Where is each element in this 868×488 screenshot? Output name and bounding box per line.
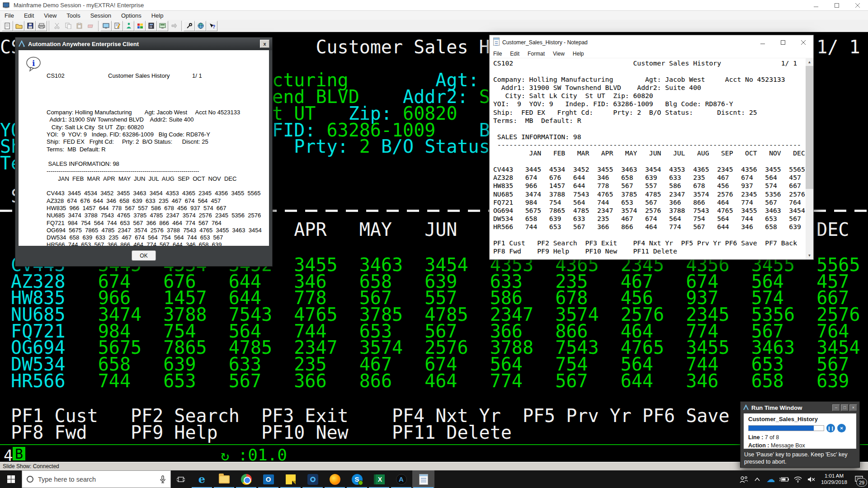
new-document-button[interactable] [2,21,13,31]
microphone-icon[interactable] [160,475,166,483]
svg-text:?: ? [212,24,215,29]
maximize-button[interactable] [826,0,847,11]
web-button[interactable] [195,21,206,31]
volume-button[interactable] [805,470,818,488]
notepad-text-area[interactable]: CS102 Customer Sales History 1/ 1 Compan… [490,58,806,259]
scroll-down-icon[interactable]: ▼ [806,252,813,259]
aa-dialog-titlebar[interactable]: Automation Anywhere Enterprise Client x [15,38,272,50]
taskbar-app-notepad[interactable] [412,470,434,488]
context-help-button[interactable]: ? [206,21,217,31]
screen-history-button[interactable] [157,21,168,31]
people-button[interactable] [737,470,750,488]
stop-icon[interactable]: ✕ [837,424,846,432]
clear-button[interactable] [85,21,96,31]
aa-dialog-line: SALES INFORMATION: 98 [47,160,264,168]
taskbar-app-edge[interactable]: e [191,470,213,488]
notepad-scrollbar[interactable]: ▲ ▼ [806,58,813,259]
runtime-titlebar[interactable]: Run Time Window – □ × [741,402,859,413]
menu-session[interactable]: Session [90,12,111,19]
runtime-action-info: Action : Message Box [748,442,852,449]
taskbar-app-file-explorer[interactable] [213,470,235,488]
wifi-button[interactable] [791,470,805,488]
runtime-progress-fill [749,426,814,431]
menu-edit[interactable]: Edit [24,12,34,19]
taskbar-app-chrome[interactable] [235,470,257,488]
macro-run-button[interactable] [123,21,134,31]
windows-logo-icon [7,475,15,483]
notepad-title: Customer_Sales_History - Notepad [502,39,588,46]
aa-dialog-line: NU685 3474 3788 7543 4765 3785 4785 2347… [47,212,264,219]
onedrive-button[interactable]: ☁ [764,470,778,488]
menu-tools[interactable]: Tools [66,12,80,19]
aa-dialog-header-line: CS102 Customer Sales History 1/ 1 [47,72,264,80]
screen-id: CS102 [47,72,65,80]
runtime-panel: Customer_Sales_History ❙❙ ✕ Line : 7 of … [744,413,856,449]
clock-date: 10/29/2018 [821,479,847,486]
battery-button[interactable] [778,470,791,488]
aa-dialog-line: HW835 966 1457 644 778 567 557 586 678 4… [47,205,264,212]
aa-dialog-footer: OK [15,245,272,266]
search-placeholder: Type here to search [38,476,160,483]
pause-icon[interactable]: ❙❙ [826,424,835,432]
oia-session-number: 4 [4,446,13,462]
scroll-up-icon[interactable]: ▲ [806,58,813,66]
main-status-bar: Slide Show: Connected [0,462,868,470]
taskbar-app-skype[interactable]: S [346,470,368,488]
task-view-button[interactable] [171,470,191,488]
notepad-menu-format[interactable]: Format [528,51,545,57]
notepad-titlebar[interactable]: Customer_Sales_History - Notepad [490,35,813,50]
aa-dialog-line: OG694 5675 7865 4785 2347 3574 2576 3788… [47,227,264,234]
display-setup-button[interactable] [100,21,112,31]
colors-button[interactable] [134,21,146,31]
minimize-button[interactable] [806,0,826,11]
transfer-button[interactable] [168,21,179,31]
save-button[interactable] [24,21,36,31]
menu-options[interactable]: Options [121,12,142,19]
runtime-close-button[interactable]: × [849,404,857,411]
info-icon: i [25,56,42,72]
notepad-close-button[interactable] [793,36,813,50]
taskbar-app-excel[interactable]: X [368,470,390,488]
runtime-maximize-button[interactable]: □ [841,404,849,411]
taskbar-clock[interactable]: 1:01 AM 10/29/2018 [818,470,850,488]
aa-dialog-close-button[interactable]: x [260,40,269,48]
search-input[interactable]: Type here to search [22,470,171,488]
start-button[interactable] [0,470,22,488]
notepad-menu-file[interactable]: File [493,51,502,57]
outlook-icon: O [263,474,274,484]
copy-button[interactable] [62,21,74,31]
svg-text:i: i [32,59,35,68]
action-center-button[interactable]: 29 [850,470,868,488]
open-button[interactable] [13,21,24,31]
terminal-app-icon [3,2,10,9]
runtime-task-name: Customer_Sales_History [748,416,852,422]
menu-view[interactable]: View [44,12,57,19]
print-button[interactable] [36,21,47,31]
taskbar-app-firefox[interactable] [324,470,346,488]
show-hidden-icons-button[interactable] [750,470,764,488]
notepad-minimize-button[interactable] [752,36,773,50]
taskbar-app-sticky-notes[interactable] [279,470,302,488]
notepad-menu-view[interactable]: View [553,51,565,57]
task-view-icon [177,476,185,483]
notepad-maximize-button[interactable] [773,36,793,50]
taskbar-app-outlook[interactable]: O [257,470,279,488]
close-button[interactable] [847,0,868,11]
notepad-icon [419,474,428,485]
paste-button[interactable] [74,21,85,31]
notepad-menu-help[interactable]: Help [573,51,584,57]
quickpad-button[interactable] [112,21,123,31]
menu-file[interactable]: File [5,12,14,19]
taskbar-app-dark[interactable] [302,470,324,488]
scrollbar-thumb[interactable] [806,66,813,189]
taskbar-app-automation-anywhere[interactable]: A [390,470,412,488]
runtime-minimize-button[interactable]: – [832,404,840,411]
menu-help[interactable]: Help [151,12,164,19]
aa-dialog-body: i CS102 Customer Sales History 1/ 1 Comp… [19,50,269,246]
ok-button[interactable]: OK [132,250,156,261]
notepad-menu-edit[interactable]: Edit [510,51,519,57]
keypad-button[interactable] [146,21,157,31]
cut-button[interactable] [51,21,62,31]
aa-dialog-line: AZ328 674 676 644 346 658 639 633 235 46… [47,197,264,205]
settings-wrench-button[interactable] [184,21,195,31]
